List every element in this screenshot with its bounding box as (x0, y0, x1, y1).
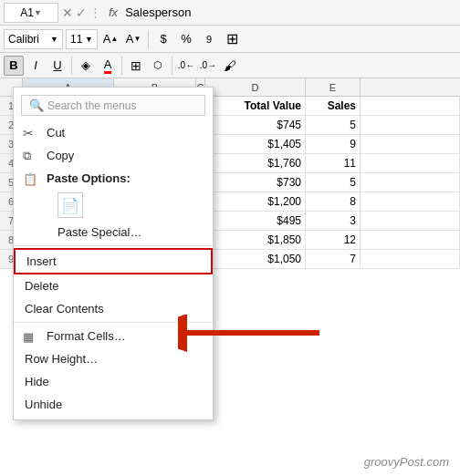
spreadsheet: A1 ▼ ✕ ✓ ⋮ fx Salesperson Calibri ▼ 11 ▼… (0, 0, 460, 476)
separator2 (71, 57, 72, 75)
cell-f3 (361, 135, 460, 153)
cell-e1[interactable]: Sales (306, 97, 361, 115)
search-icon: 🔍 (29, 98, 44, 112)
separator4 (172, 57, 172, 75)
cell-d4[interactable]: $1,760 (205, 154, 306, 172)
cell-f1 (361, 97, 460, 115)
fill-color-btn[interactable]: ◈ (76, 56, 96, 76)
dollar-btn[interactable]: $ (153, 29, 173, 49)
cell-f2 (361, 116, 460, 134)
cell-f4 (361, 154, 460, 172)
menu-item-paste-special[interactable]: Paste Special… (14, 221, 213, 243)
cell-e2[interactable]: 5 (306, 116, 361, 134)
cell-d8[interactable]: $1,850 (205, 231, 306, 249)
decrease-decimal-btn[interactable]: .0← (176, 56, 196, 76)
cell-d6[interactable]: $1,200 (205, 192, 306, 211)
paint-format-btn[interactable]: 🖌 (220, 56, 240, 76)
increase-decimal-btn[interactable]: .0→ (198, 56, 218, 76)
border-btn[interactable]: ⊞ (126, 56, 146, 76)
fx-label: fx (109, 5, 118, 19)
separator1 (148, 30, 149, 48)
cell-e8[interactable]: 12 (306, 231, 361, 249)
menu-label-row-height: Row Height… (25, 352, 98, 366)
formula-content: Salesperson (121, 5, 456, 19)
formula-icons: ✕ ✓ ⋮ (62, 5, 101, 20)
cell-f5 (361, 173, 460, 191)
bold-btn[interactable]: B (4, 56, 24, 76)
menu-label-format-cells: Format Cells… (47, 329, 126, 343)
menu-item-unhide[interactable]: Unhide (14, 393, 213, 416)
format-cells-icon: ▦ (23, 329, 34, 343)
decrease-font-btn[interactable]: A▼ (123, 29, 143, 49)
copy-icon: ⧉ (23, 149, 31, 163)
merge-btn[interactable]: ⬡ (148, 56, 168, 76)
cell-f9 (361, 250, 460, 268)
font-color-icon: A (104, 57, 112, 74)
menu-divider-1 (14, 245, 213, 246)
formula-bar: A1 ▼ ✕ ✓ ⋮ fx Salesperson (0, 0, 460, 26)
menu-label-paste-options: Paste Options: (47, 171, 131, 185)
cancel-formula-icon[interactable]: ✕ (62, 5, 73, 20)
search-placeholder: Search the menus (47, 99, 136, 112)
cell-e7[interactable]: 3 (306, 212, 361, 230)
cell-d3[interactable]: $1,405 (205, 135, 306, 153)
font-size-dropdown: ▼ (85, 35, 93, 44)
menu-item-copy[interactable]: ⧉ Copy (14, 144, 213, 167)
menu-item-hide[interactable]: Hide (14, 370, 213, 393)
font-color-btn[interactable]: A (98, 56, 118, 76)
watermark: groovyPost.com (364, 455, 449, 469)
menu-item-cut[interactable]: ✂ Cut (14, 121, 213, 144)
menu-label-paste-special: Paste Special… (58, 225, 142, 239)
more-formula-icon[interactable]: ⋮ (89, 5, 101, 19)
percent-btn[interactable]: % (176, 29, 196, 49)
cell-d1[interactable]: Total Value (205, 97, 306, 115)
menu-search-box[interactable]: 🔍 Search the menus (21, 95, 205, 116)
confirm-formula-icon[interactable]: ✓ (76, 5, 87, 20)
font-size-value: 11 (70, 33, 82, 46)
increase-font-btn[interactable]: A▲ (100, 29, 120, 49)
cell-d9[interactable]: $1,050 (205, 250, 306, 268)
cell-e9[interactable]: 7 (306, 250, 361, 268)
menu-label-copy: Copy (47, 149, 74, 162)
menu-item-row-height[interactable]: Row Height… (14, 347, 213, 370)
font-size-selector[interactable]: 11 ▼ (66, 29, 98, 49)
fill-icon: ◈ (81, 58, 90, 72)
font-name-selector[interactable]: Calibri ▼ (4, 29, 63, 49)
cell-ref-value: A1 (20, 6, 34, 19)
cell-d5[interactable]: $730 (205, 173, 306, 191)
menu-label-unhide: Unhide (25, 398, 62, 411)
cell-e6[interactable]: 8 (306, 192, 361, 211)
menu-item-delete[interactable]: Delete (14, 274, 213, 297)
menu-label-cut: Cut (47, 126, 65, 140)
underline-btn[interactable]: U (47, 56, 68, 76)
italic-btn[interactable]: I (26, 56, 46, 76)
toolbar-row2: B I U ◈ A ⊞ ⬡ .0← .0→ 🖌 (0, 53, 460, 78)
menu-label-delete: Delete (25, 279, 59, 293)
cell-e5[interactable]: 5 (306, 173, 361, 191)
separator3 (121, 57, 122, 75)
font-name-value: Calibri (8, 33, 39, 46)
cell-d2[interactable]: $745 (205, 116, 306, 134)
cell-ref-dropdown-icon: ▼ (34, 8, 42, 17)
font-name-dropdown: ▼ (50, 35, 58, 44)
cell-e3[interactable]: 9 (306, 135, 361, 153)
menu-label-hide: Hide (25, 375, 49, 388)
menu-item-format-cells[interactable]: ▦ Format Cells… (14, 325, 213, 347)
menu-label-clear-contents: Clear Contents (25, 302, 104, 316)
cell-reference[interactable]: A1 ▼ (4, 3, 58, 23)
comma-btn[interactable]: 9 (199, 29, 219, 49)
menu-item-clear-contents[interactable]: Clear Contents (14, 297, 213, 320)
col-header-d[interactable]: D (205, 78, 306, 96)
menu-label-insert: Insert (26, 254, 57, 268)
cell-f6 (361, 192, 460, 211)
cell-e4[interactable]: 11 (306, 154, 361, 172)
context-menu: 🔍 Search the menus ✂ Cut ⧉ Copy 📋 Paste … (13, 87, 214, 420)
cut-icon: ✂ (23, 126, 34, 140)
grid-btn[interactable]: ⊞ (222, 29, 242, 49)
menu-item-insert[interactable]: Insert (14, 248, 213, 274)
cell-f8 (361, 231, 460, 249)
paste-sub-options: 📄 (14, 190, 213, 221)
col-header-e[interactable]: E (306, 78, 361, 96)
cell-d7[interactable]: $495 (205, 212, 306, 230)
paste-clipboard-icon[interactable]: 📄 (58, 192, 83, 218)
